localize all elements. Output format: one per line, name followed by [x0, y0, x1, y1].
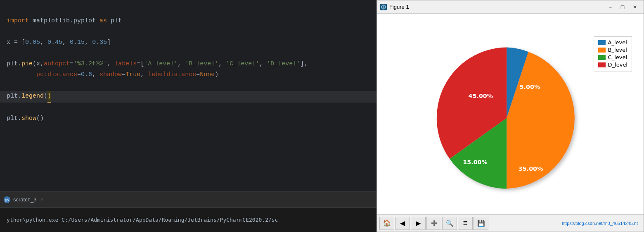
figure-title-text: Figure 1 — [389, 4, 409, 10]
code-line-9: plt . legend ( ) — [0, 91, 376, 103]
legend-label-d: D_level — [608, 62, 627, 68]
matplotlib-icon — [380, 4, 387, 10]
close-button[interactable]: ✕ — [630, 3, 640, 11]
toolbar-configure-button[interactable]: ≡ — [458, 217, 473, 230]
tab-filename: scratch_3 — [13, 196, 36, 203]
legend-item-a: A_level — [598, 39, 627, 45]
figure-window: Figure 1 − □ ✕ — [376, 0, 644, 232]
pct-label-d: 35.00% — [519, 165, 543, 172]
code-area: import matplotlib.pyplot as plt x = [ 0.… — [0, 0, 376, 191]
maximize-button[interactable]: □ — [617, 3, 628, 11]
run-output-text: ython\python.exe C:/Users/Administrator/… — [7, 217, 278, 223]
legend-label-c: C_level — [608, 54, 627, 60]
code-line-3 — [0, 26, 376, 37]
legend-item-d: D_level — [598, 62, 627, 68]
toolbar-buttons: 🏠 ◀ ▶ ✛ 🔍 ≡ 💾 — [379, 217, 488, 230]
legend-label-a: A_level — [608, 39, 627, 45]
code-line-7: pctdistance = 0.6 , shadow = True , labe… — [0, 69, 376, 80]
toolbar-zoom-button[interactable]: 🔍 — [442, 217, 457, 230]
bottom-tab-bar: py scratch_3 × — [0, 191, 376, 207]
code-line-10 — [0, 103, 376, 113]
code-line-6: plt . pie (x, autopct = '%3.2f%%' , labe… — [0, 59, 376, 69]
figure-title-left: Figure 1 — [380, 4, 409, 10]
figure-titlebar: Figure 1 − □ ✕ — [377, 0, 644, 14]
editor-panel: import matplotlib.pyplot as plt x = [ 0.… — [0, 0, 376, 232]
code-line-5 — [0, 48, 376, 59]
chart-legend: A_level B_level C_level D_level — [594, 36, 632, 72]
toolbar-forward-button[interactable]: ▶ — [411, 217, 426, 230]
legend-item-c: C_level — [598, 54, 627, 60]
toolbar-pan-button[interactable]: ✛ — [426, 217, 441, 230]
pct-label-c: 15.00% — [463, 159, 488, 165]
code-line-2: import matplotlib.pyplot as plt — [0, 16, 376, 26]
legend-swatch-d — [598, 62, 606, 67]
toolbar-save-button[interactable]: 💾 — [474, 217, 488, 230]
toolbar-url: https://blog.csdn.net/m0_46514245.ht — [562, 221, 641, 226]
svg-text:py: py — [5, 198, 9, 202]
toolbar-back-button[interactable]: ◀ — [395, 217, 410, 230]
pie-chart-container: 5.00% 45.00% 15.00% 35.00% A_level B_lev… — [377, 14, 644, 214]
figure-window-controls: − □ ✕ — [605, 3, 640, 11]
run-output-bar: ython\python.exe C:/Users/Administrator/… — [0, 207, 376, 232]
kw-as: as — [99, 16, 107, 26]
minimize-button[interactable]: − — [605, 3, 616, 11]
legend-label-b: B_level — [608, 47, 627, 53]
code-line-1 — [0, 5, 376, 16]
legend-swatch-a — [598, 40, 606, 45]
legend-item-b: B_level — [598, 47, 627, 53]
kw-import: import — [7, 16, 29, 26]
toolbar-home-button[interactable]: 🏠 — [379, 217, 394, 230]
tab-close-button[interactable]: × — [40, 197, 43, 202]
figure-toolbar: 🏠 ◀ ▶ ✛ 🔍 ≡ 💾 https://blog.csdn.net/m0_4… — [377, 214, 644, 232]
legend-swatch-b — [598, 48, 606, 53]
pct-label-a: 5.00% — [520, 84, 540, 90]
python-file-icon: py — [3, 196, 11, 203]
figure-content: 5.00% 45.00% 15.00% 35.00% A_level B_lev… — [377, 14, 644, 214]
code-line-4: x = [ 0.05 , 0.45 , 0.15 , 0.35 ] — [0, 37, 376, 48]
code-line-8 — [0, 80, 376, 91]
legend-swatch-c — [598, 55, 606, 60]
pct-label-b: 45.00% — [469, 93, 493, 99]
code-line-11: plt . show () — [0, 113, 376, 124]
